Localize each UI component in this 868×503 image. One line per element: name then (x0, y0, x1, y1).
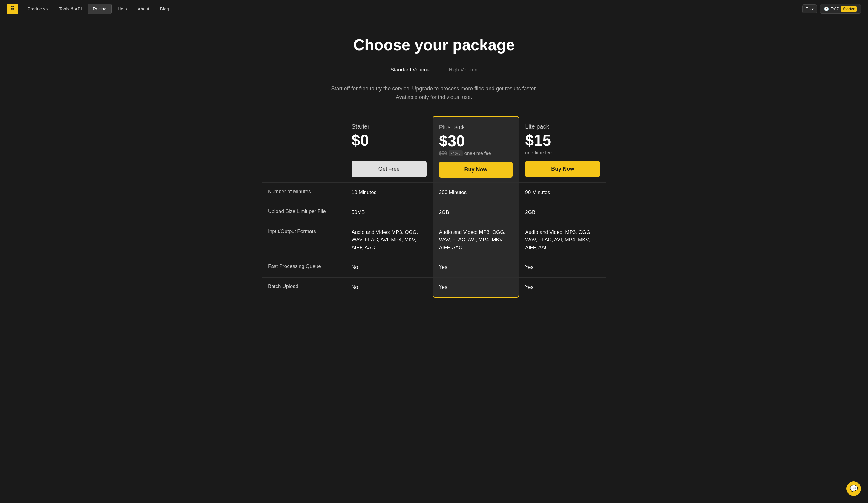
price-details-starter (352, 149, 426, 157)
price-details-plus: $50 -40% one-time fee (439, 150, 513, 157)
feature-value-batch-plus: Yes (433, 277, 519, 298)
page-subtitle: Start off for free to try the service. U… (329, 84, 539, 102)
price-details-lite: one-time fee (525, 149, 600, 157)
feature-label-formats: Input/Output Formats (262, 222, 345, 258)
discount-badge-plus: -40% (448, 150, 462, 156)
feature-value-upload-plus: 2GB (433, 202, 519, 222)
products-dropdown-icon (46, 6, 48, 11)
nav-tools-api[interactable]: Tools & API (54, 4, 86, 14)
feature-value-formats-lite: Audio and Video: MP3, OGG, WAV, FLAC, AV… (519, 222, 606, 258)
main-content: Choose your package Standard Volume High… (255, 18, 613, 321)
feature-value-fast-queue-starter: No (345, 257, 433, 277)
tabs-container: Standard Volume High Volume (262, 63, 606, 77)
navbar: ⠿ Products Tools & API Pricing Help Abou… (0, 0, 868, 18)
plan-header-starter: Starter $0 Get Free (345, 116, 433, 182)
feature-label-fast-queue: Fast Processing Queue (262, 257, 345, 277)
logo[interactable]: ⠿ (7, 3, 18, 14)
price-suffix-lite: one-time fee (525, 150, 552, 155)
lang-dropdown-icon (812, 7, 814, 11)
nav-pricing[interactable]: Pricing (88, 3, 112, 14)
price-suffix-plus: one-time fee (464, 151, 491, 156)
logo-icon: ⠿ (10, 6, 15, 12)
feature-value-formats-plus: Audio and Video: MP3, OGG, WAV, FLAC, AV… (433, 222, 519, 258)
nav-right: En 🕐 7:07 Starter (802, 4, 861, 14)
pricing-table: Starter $0 Get Free Plus pack $30 $50 -4… (262, 116, 606, 298)
feature-label-upload: Upload Size Limit per File (262, 202, 345, 222)
feature-value-fast-queue-lite: Yes (519, 257, 606, 277)
tab-standard[interactable]: Standard Volume (381, 63, 439, 77)
nav-help[interactable]: Help (113, 4, 132, 14)
plan-name-plus: Plus pack (439, 124, 513, 131)
plan-price-plus: $30 (439, 133, 513, 149)
price-original-plus: $50 (439, 151, 447, 156)
plan-header-lite: Lite pack $15 one-time fee Buy Now (519, 116, 606, 182)
plan-price-starter: $0 (352, 132, 426, 148)
feature-value-minutes-lite: 90 Minutes (519, 182, 606, 202)
label-col-header (262, 116, 345, 182)
nav-links: Products Tools & API Pricing Help About … (23, 3, 802, 14)
plan-name-lite: Lite pack (525, 123, 600, 130)
feature-value-fast-queue-plus: Yes (433, 257, 519, 277)
cta-plus[interactable]: Buy Now (439, 162, 513, 178)
feature-value-upload-lite: 2GB (519, 202, 606, 222)
language-selector[interactable]: En (802, 4, 817, 13)
plan-price-lite: $15 (525, 132, 600, 148)
timer-badge: 🕐 7:07 Starter (820, 4, 861, 14)
feature-value-batch-starter: No (345, 277, 433, 298)
plan-header-plus: Plus pack $30 $50 -40% one-time fee Buy … (433, 116, 519, 182)
feature-value-minutes-starter: 10 Minutes (345, 182, 433, 202)
feature-value-upload-starter: 50MB (345, 202, 433, 222)
feature-label-minutes: Number of Minutes (262, 182, 345, 202)
nav-products[interactable]: Products (23, 4, 53, 14)
page-title: Choose your package (262, 36, 606, 54)
nav-about[interactable]: About (133, 4, 154, 14)
nav-blog[interactable]: Blog (155, 4, 174, 14)
tab-high-volume[interactable]: High Volume (439, 63, 487, 77)
plan-name-starter: Starter (352, 123, 426, 130)
cta-lite[interactable]: Buy Now (525, 161, 600, 177)
plan-badge: Starter (840, 6, 857, 12)
feature-value-minutes-plus: 300 Minutes (433, 182, 519, 202)
feature-value-batch-lite: Yes (519, 277, 606, 298)
feature-label-batch: Batch Upload (262, 277, 345, 298)
chat-icon: 💬 (850, 485, 858, 493)
clock-icon: 🕐 (824, 7, 829, 11)
chat-button[interactable]: 💬 (847, 482, 861, 496)
cta-starter[interactable]: Get Free (352, 161, 426, 177)
feature-value-formats-starter: Audio and Video: MP3, OGG, WAV, FLAC, AV… (345, 222, 433, 258)
